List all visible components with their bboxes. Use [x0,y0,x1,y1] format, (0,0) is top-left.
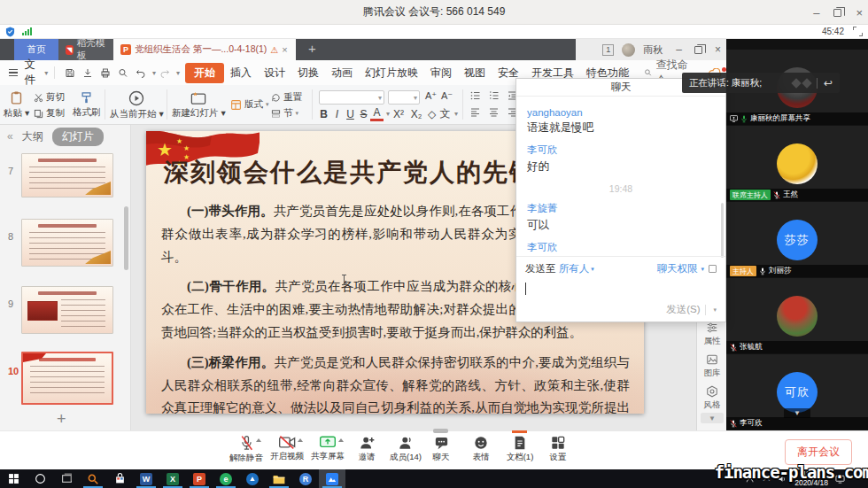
powerpoint-icon[interactable]: P [186,469,213,488]
return-to-meeting-icon[interactable]: ↩ [824,77,833,89]
mic-options-caret-icon[interactable] [256,438,261,442]
video-tile[interactable]: 可欣 ▼ 李可欣 [726,354,868,430]
align-center-icon[interactable] [488,107,500,118]
tab-slides[interactable]: 幻灯片 [52,128,104,146]
tab-animation[interactable]: 动画 [325,63,359,83]
section-button[interactable]: 节 ▾ [271,105,302,121]
undo-icon[interactable] [136,66,146,80]
reset-button[interactable]: 重置 [271,89,302,105]
bold-button[interactable]: B [317,108,330,120]
store-icon[interactable] [106,469,133,488]
collapse-panel-icon[interactable]: « [7,130,13,143]
panel-scrollbar[interactable] [124,206,128,270]
tab-view[interactable]: 视图 [458,63,492,83]
camera-options-caret-icon[interactable] [298,438,303,442]
font-size-select[interactable]: ▾ [388,90,420,105]
search-app-icon[interactable] [80,469,106,488]
new-tab-button[interactable]: + [308,41,316,56]
tab-design[interactable]: 设计 [258,63,291,83]
send-options-caret-icon[interactable]: ▾ [713,306,717,314]
tab-review[interactable]: 审阅 [424,63,458,83]
tencent-meeting-icon[interactable] [319,469,345,488]
sidebar-collapse-icon[interactable]: ▼ [701,413,724,423]
start-video-button[interactable]: 开启视频 [264,436,310,462]
play-from-current-button[interactable]: 从当前开始 ▾ [110,85,164,125]
video-tile[interactable]: 莎莎 主持人 刘丽莎 [726,202,868,277]
browser-icon[interactable]: e [213,469,239,488]
text-tool-caret-icon[interactable]: ▾ [454,110,458,118]
new-slide-button[interactable]: 新建幻灯片 ▾ [172,85,226,125]
print-icon[interactable] [100,66,111,80]
file-explorer-icon[interactable] [266,469,292,488]
restore-icon[interactable] [833,9,841,17]
copy-button[interactable]: 复制 [34,105,65,121]
save-icon[interactable] [65,66,75,80]
word-icon[interactable]: W [133,469,159,488]
send-button[interactable]: 发送(S) ▾ [666,303,717,316]
redo-icon[interactable] [159,66,170,80]
start-button[interactable] [0,469,27,488]
output-icon[interactable] [82,66,93,80]
tab-slideshow[interactable]: 幻灯片放映 [359,63,424,83]
file-menu[interactable]: 文件 [24,58,42,88]
slide-thumbnail-8[interactable] [21,219,113,267]
wps-minimize-icon[interactable]: – [676,43,682,56]
numbered-list-icon[interactable] [488,90,500,101]
tab-insert[interactable]: 插入 [224,63,258,83]
sidebar-style[interactable]: 风格 [697,385,727,411]
wps-close-icon[interactable]: × [715,43,721,56]
clear-format-button[interactable]: ◇ [425,108,438,120]
add-slide-button[interactable]: + [57,410,66,429]
chat-scrollbar[interactable] [721,203,724,258]
tab-start[interactable]: 开始 [185,63,224,83]
strikethrough-button[interactable]: S [357,108,370,120]
send-to-caret-icon[interactable]: ▾ [591,266,594,273]
sidebar-gallery[interactable]: 图库 [697,353,727,379]
tab-document[interactable]: P 党组织生活会 第一—...0-4-18(1) ⚠ × [113,39,296,60]
file-menu-caret-icon[interactable]: ▾ [44,69,48,77]
settings-button[interactable]: 设置 [535,436,581,463]
task-view-icon[interactable] [53,469,80,488]
text-tool-button[interactable]: 文 [438,106,452,121]
align-left-icon[interactable] [469,107,481,118]
slide-thumbnail-9[interactable] [21,286,113,334]
chat-input[interactable] [525,282,717,301]
slide-thumbnail-10-selected[interactable] [21,352,113,405]
leave-meeting-button[interactable]: 离开会议 [785,439,852,465]
notification-badge[interactable]: 1 [602,44,614,56]
font-family-select[interactable]: ▾ [319,90,384,105]
layout-button[interactable]: 版式 ▾ [230,97,269,112]
drive-app-icon[interactable] [239,469,266,488]
fullscreen-icon[interactable] [853,27,863,36]
superscript-button[interactable]: X² [390,108,407,120]
tab-docer[interactable]: ◥ 稻壳模板 [58,39,113,60]
print-preview-icon[interactable] [118,66,128,80]
tab-close-icon[interactable]: × [282,44,287,55]
paste-button[interactable]: 粘贴 ▾ [4,85,29,125]
excel-icon[interactable]: X [159,469,186,488]
toolbar-more-icon[interactable]: ▾ [176,69,180,77]
chat-permission[interactable]: 聊天权限 ▾ [656,262,717,275]
tab-transition[interactable]: 切换 [291,63,325,83]
font-grow-button[interactable]: A⁺ [425,90,437,102]
minimize-icon[interactable]: – [813,6,819,19]
wps-restore-icon[interactable] [694,46,702,54]
font-color-button[interactable]: A [370,106,384,121]
cortana-icon[interactable] [27,469,53,488]
cut-button[interactable]: 剪切 [34,89,65,105]
subscript-button[interactable]: X₂ [407,108,425,120]
tab-outline[interactable]: 大纲 [22,129,43,144]
format-painter-button[interactable]: 格式刷 [73,85,101,125]
slide-thumbnail-7[interactable] [21,153,113,198]
italic-button[interactable]: I [330,108,344,120]
unmute-button[interactable]: 解除静音 [223,436,269,464]
bullet-list-icon[interactable] [469,90,481,101]
r-app-icon[interactable]: R [292,469,319,488]
font-shrink-button[interactable]: A⁻ [441,90,453,102]
user-avatar[interactable] [622,43,635,57]
hamburger-icon[interactable] [9,69,18,77]
close-icon[interactable]: × [856,6,863,19]
undo-caret-icon[interactable]: ▾ [152,69,156,77]
sidebar-properties[interactable]: 属性 [697,321,727,347]
underline-button[interactable]: U [344,108,357,120]
